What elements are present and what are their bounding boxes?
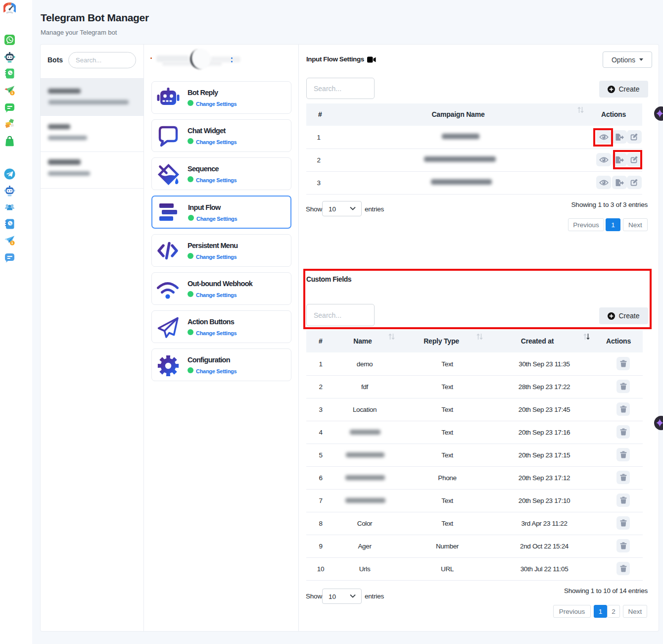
svg-text:1: 1 bbox=[11, 91, 13, 95]
svg-text:1: 1 bbox=[11, 241, 13, 245]
